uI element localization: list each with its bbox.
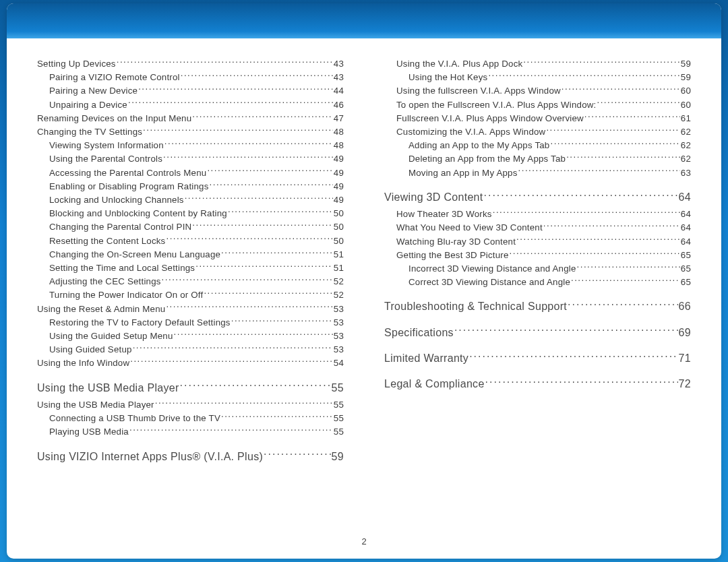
toc-entry-page: 64: [679, 189, 691, 206]
toc-entry-page: 49: [334, 193, 344, 207]
toc-entry[interactable]: How Theater 3D Works64: [384, 208, 691, 221]
toc-entry-page: 51: [334, 248, 344, 261]
toc-entry[interactable]: Playing USB Media55: [37, 425, 344, 439]
toc-leader-dots: [210, 181, 333, 189]
toc-entry-page: 62: [681, 152, 691, 166]
toc-entry-page: 43: [334, 57, 344, 71]
toc-leader-dots: [130, 357, 333, 366]
toc-entry[interactable]: Moving an App in My Apps63: [384, 166, 691, 180]
toc-entry[interactable]: Limited Warranty71: [384, 350, 691, 367]
toc-entry[interactable]: Using the fullscreen V.I.A. Apps Window6…: [384, 84, 691, 98]
toc-entry[interactable]: Using the Guided Setup Menu53: [37, 330, 344, 343]
toc-entry-label: Setting the Time and Local Settings: [49, 261, 195, 275]
toc-entry-label: Pairing a VIZIO Remote Control: [49, 71, 180, 84]
toc-entry-page: 50: [334, 220, 344, 234]
toc-entry-label: Using the Reset & Admin Menu: [37, 303, 165, 316]
toc-entry[interactable]: Using the USB Media Player55: [37, 380, 344, 396]
toc-column-left: Setting Up Devices43Pairing a VIZIO Remo…: [37, 57, 344, 467]
toc-entry-label: Using the Hot Keys: [408, 71, 487, 84]
toc-entry-label: Using Guided Setup: [49, 343, 132, 356]
toc-leader-dots: [568, 299, 677, 310]
toc-entry[interactable]: Troubleshooting & Technical Support66: [384, 299, 691, 315]
toc-entry-label: How Theater 3D Works: [396, 208, 492, 221]
toc-entry-page: 49: [334, 152, 344, 166]
toc-entry[interactable]: Adjusting the CEC Settings52: [37, 275, 344, 288]
toc-entry[interactable]: Legal & Compliance72: [384, 376, 691, 392]
toc-entry[interactable]: Using the V.I.A. Plus App Dock59: [384, 57, 691, 71]
toc-entry[interactable]: Using the USB Media Player55: [37, 398, 344, 412]
toc-entry[interactable]: Adding an App to the My Apps Tab62: [384, 139, 691, 152]
toc-entry[interactable]: Setting the Time and Local Settings51: [37, 261, 344, 275]
toc-entry-label: Using the USB Media Player: [37, 380, 179, 396]
toc-entry[interactable]: To open the Fullscreen V.I.A. Plus Apps …: [384, 98, 691, 112]
toc-entry-label: Changing the TV Settings: [37, 125, 142, 139]
toc-entry[interactable]: Restoring the TV to Factory Default Sett…: [37, 316, 344, 330]
toc-entry[interactable]: Viewing System Information48: [37, 139, 344, 152]
toc-entry-label: Locking and Unlocking Channels: [49, 193, 184, 207]
toc-leader-dots: [221, 249, 333, 257]
toc-leader-dots: [133, 344, 333, 352]
toc-entry[interactable]: Locking and Unlocking Channels49: [37, 193, 344, 207]
toc-entry[interactable]: Using VIZIO Internet Apps Plus® (V.I.A. …: [37, 449, 344, 465]
toc-leader-dots: [162, 276, 333, 284]
toc-entry-label: Troubleshooting & Technical Support: [384, 299, 567, 315]
toc-leader-dots: [195, 262, 333, 271]
toc-entry[interactable]: Changing the Parental Control PIN50: [37, 220, 344, 234]
toc-entry-label: Changing the On-Screen Menu Language: [49, 248, 220, 261]
toc-entry[interactable]: Changing the TV Settings48: [37, 125, 344, 139]
toc-entry[interactable]: Changing the On-Screen Menu Language51: [37, 248, 344, 261]
toc-entry[interactable]: Resetting the Content Locks50: [37, 235, 344, 248]
toc-entry[interactable]: Connecting a USB Thumb Drive to the TV55: [37, 412, 344, 425]
toc-leader-dots: [174, 330, 333, 339]
toc-entry-page: 48: [334, 125, 344, 139]
toc-entry[interactable]: Correct 3D Viewing Distance and Angle65: [384, 276, 691, 289]
toc-entry-label: Using the fullscreen V.I.A. Apps Window: [396, 84, 561, 98]
toc-entry-label: Viewing 3D Content: [384, 189, 483, 206]
toc-entry[interactable]: Customizing the V.I.A. Apps Window62: [384, 125, 691, 139]
toc-entry[interactable]: Renaming Devices on the Input Menu47: [37, 112, 344, 125]
toc-entry-page: 64: [681, 221, 691, 235]
toc-entry[interactable]: Watching Blu-ray 3D Content64: [384, 235, 691, 249]
toc-entry[interactable]: Fullscreen V.I.A. Plus Apps Window Overv…: [384, 112, 691, 125]
toc-leader-dots: [518, 166, 680, 175]
toc-entry[interactable]: Using the Hot Keys59: [384, 71, 691, 84]
toc-entry-page: 71: [679, 350, 691, 367]
toc-leader-dots: [231, 317, 333, 325]
toc-entry-label: Using the V.I.A. Plus App Dock: [396, 57, 522, 71]
toc-entry[interactable]: Enabling or Disabling Program Ratings49: [37, 180, 344, 193]
toc-entry-page: 63: [681, 166, 691, 180]
toc-entry[interactable]: What You Need to View 3D Content64: [384, 221, 691, 235]
toc-entry-label: What You Need to View 3D Content: [396, 221, 543, 235]
toc-entry-label: Getting the Best 3D Picture: [396, 249, 509, 262]
toc-entry[interactable]: Setting Up Devices43: [37, 57, 344, 71]
toc-entry[interactable]: Turning the Power Indicator On or Off52: [37, 288, 344, 302]
toc-entry[interactable]: Blocking and Unblocking Content by Ratin…: [37, 207, 344, 220]
manual-page: Setting Up Devices43Pairing a VIZIO Remo…: [7, 3, 721, 559]
toc-entry[interactable]: Pairing a VIZIO Remote Control43: [37, 71, 344, 84]
toc-entry[interactable]: Unpairing a Device46: [37, 98, 344, 112]
toc-entry-label: Adding an App to the My Apps Tab: [408, 139, 549, 152]
toc-entry[interactable]: Getting the Best 3D Picture65: [384, 249, 691, 262]
toc-leader-dots: [510, 249, 680, 257]
toc-entry-label: Setting Up Devices: [37, 57, 116, 71]
toc-entry[interactable]: Deleting an App from the My Apps Tab62: [384, 152, 691, 166]
toc-entry[interactable]: Pairing a New Device44: [37, 84, 344, 98]
toc-entry[interactable]: Using the Parental Controls49: [37, 152, 344, 166]
toc-entry-page: 55: [334, 425, 344, 439]
toc-entry-label: Playing USB Media: [49, 425, 129, 439]
toc-entry-label: Limited Warranty: [384, 350, 468, 367]
toc-entry-label: Customizing the V.I.A. Apps Window: [396, 125, 545, 139]
toc-entry[interactable]: Incorrect 3D Viewing Distance and Angle6…: [384, 262, 691, 276]
toc-entry[interactable]: Viewing 3D Content64: [384, 189, 691, 206]
toc-entry[interactable]: Using the Reset & Admin Menu53: [37, 303, 344, 316]
toc-entry-page: 65: [681, 276, 691, 289]
toc-entry[interactable]: Using Guided Setup53: [37, 343, 344, 356]
toc-entry[interactable]: Using the Info Window54: [37, 356, 344, 370]
toc-entry[interactable]: Specifications69: [384, 325, 691, 341]
toc-entry-page: 47: [334, 112, 344, 125]
toc-leader-dots: [185, 194, 333, 203]
toc-entry-label: Turning the Power Indicator On or Off: [49, 288, 203, 302]
toc-entry[interactable]: Accessing the Parental Controls Menu49: [37, 166, 344, 180]
toc-entry-label: To open the Fullscreen V.I.A. Plus Apps …: [396, 98, 596, 112]
toc-entry-label: Restoring the TV to Factory Default Sett…: [49, 316, 231, 330]
